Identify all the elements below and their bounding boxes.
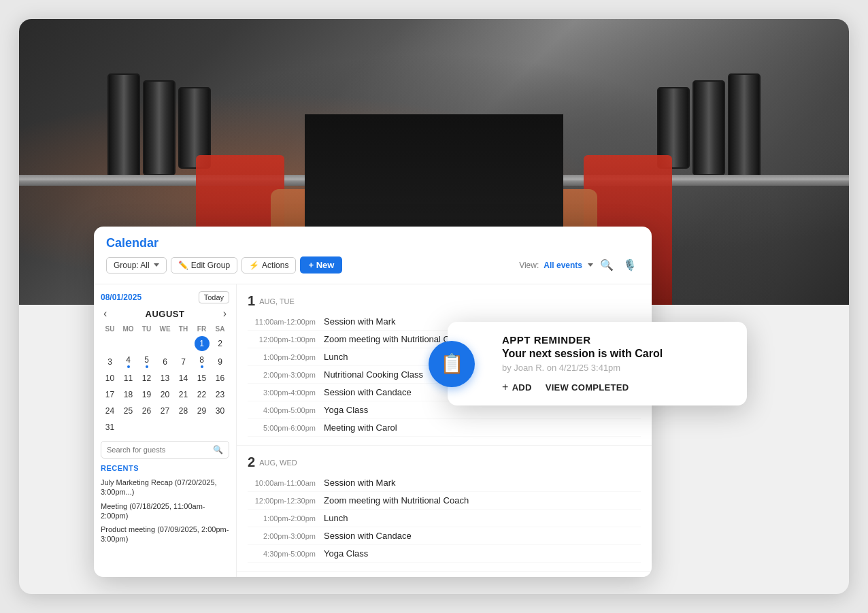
calendar-day-cell[interactable]: 25 [119, 403, 137, 419]
calendar-day-cell [174, 419, 193, 435]
day-label: AUG, WED [259, 459, 297, 467]
date-nav-header: 08/01/2025 Today [101, 291, 229, 303]
calendar-day-cell[interactable]: 5 [137, 353, 156, 370]
calendar-day-cell[interactable]: 30 [211, 403, 229, 419]
appt-reminder-title: APPT REMINDER [502, 334, 732, 346]
calendar-day-cell[interactable]: 11 [119, 370, 137, 386]
event-name: Session with Mark [324, 478, 395, 488]
event-row[interactable]: 10:00am-11:00amSession with Mark [248, 474, 641, 492]
prev-month-button[interactable]: ‹ [101, 308, 110, 320]
event-day-group: 3AUG, THU8:00pm-9:00amSession with Carol… [237, 571, 652, 577]
calendar-day-cell[interactable]: 19 [137, 386, 156, 403]
day-number: 2 [248, 455, 255, 469]
clipboard-check-icon: 📋 [440, 352, 464, 375]
mini-calendar: ‹ AUGUST › SUMOTUWETHFRSA 12345678910111… [101, 308, 229, 435]
recents-list: July Marketing Recap (07/20/2025, 3:00pm… [101, 476, 229, 546]
recents-label: RECENTS [101, 464, 229, 472]
calendar-day-cell[interactable]: 4 [119, 353, 137, 370]
mini-cal-month: AUGUST [146, 309, 185, 319]
calendar-day-cell[interactable]: 14 [174, 370, 193, 386]
appt-reminder-actions: + ADD VIEW COMPLETED [502, 381, 732, 393]
event-time: 5:00pm-6:00pm [248, 424, 316, 432]
recent-item[interactable]: July Marketing Recap (07/20/2025, 3:00pm… [101, 476, 229, 499]
calendar-day-cell[interactable]: 31 [101, 419, 119, 435]
actions-button[interactable]: ⚡ Actions [241, 257, 296, 274]
today-button[interactable]: Today [199, 291, 229, 303]
microphone-button[interactable]: 🎙️ [620, 256, 639, 274]
calendar-day-cell[interactable]: 3 [101, 353, 119, 370]
event-time: 1:00pm-2:00pm [248, 353, 316, 361]
add-appt-button[interactable]: + ADD [502, 381, 532, 393]
calendar-day-cell[interactable]: 27 [156, 403, 174, 419]
recent-item[interactable]: Product meeting (07/09/2025, 2:00pm-3:00… [101, 523, 229, 546]
event-name: Yoga Class [324, 548, 368, 559]
new-event-button[interactable]: + New [300, 256, 342, 274]
event-name: Session with Candace [324, 531, 412, 541]
calendar-sidebar: 08/01/2025 Today ‹ AUGUST › SUMOTUWETHFR… [94, 284, 237, 577]
calendar-day-cell[interactable]: 21 [174, 386, 193, 403]
calendar-day-cell[interactable]: 20 [156, 386, 174, 403]
calendar-day-cell [119, 334, 137, 353]
day-label: AUG, TUE [259, 297, 295, 305]
event-name: Lunch [324, 352, 348, 362]
calendar-day-cell[interactable]: 2 [211, 334, 229, 353]
calendar-day-cell [193, 419, 211, 435]
appt-reminder-icon: 📋 [429, 341, 475, 387]
calendar-day-cell[interactable]: 17 [101, 386, 119, 403]
calendar-day-cell[interactable]: 13 [156, 370, 174, 386]
calendar-day-cell[interactable]: 1 [193, 334, 211, 353]
event-name: Meeting with Carol [324, 423, 397, 433]
view-completed-button[interactable]: VIEW COMPLETED [546, 382, 629, 393]
calendar-day-cell[interactable]: 9 [211, 353, 229, 370]
calendar-day-cell[interactable]: 15 [193, 370, 211, 386]
event-time: 12:00pm-12:30pm [248, 497, 316, 505]
event-day-header: 3AUG, THU [237, 571, 652, 577]
chevron-down-icon [154, 263, 159, 267]
calendar-day-cell[interactable]: 18 [119, 386, 137, 403]
day-number: 1 [248, 294, 255, 308]
view-select: View: All events [519, 261, 593, 270]
calendar-toolbar: Group: All ✏️ Edit Group ⚡ Actions + New… [106, 256, 639, 280]
calendar-day-cell[interactable]: 29 [193, 403, 211, 419]
event-time: 3:00pm-4:00pm [248, 388, 316, 397]
calendar-day-cell [211, 419, 229, 435]
search-guests-input[interactable] [107, 446, 209, 454]
calendar-day-cell[interactable]: 8 [193, 353, 211, 370]
event-time: 12:00pm-1:00pm [248, 335, 316, 344]
event-day-group: 2AUG, WED10:00am-11:00amSession with Mar… [237, 446, 652, 571]
calendar-day-cell[interactable]: 23 [211, 386, 229, 403]
calendar-day-cell[interactable]: 7 [174, 353, 193, 370]
event-name: Session with Candace [324, 387, 412, 397]
calendar-day-cell [174, 334, 193, 353]
view-chevron-down-icon[interactable] [588, 263, 593, 267]
event-time: 10:00am-11:00am [248, 479, 316, 487]
event-row[interactable]: 12:00pm-12:30pmZoom meeting with Nutriti… [248, 492, 641, 510]
next-month-button[interactable]: › [220, 308, 229, 320]
edit-group-button[interactable]: ✏️ Edit Group [171, 257, 237, 274]
calendar-day-cell[interactable]: 10 [101, 370, 119, 386]
group-select-label: Group: All [114, 261, 150, 270]
event-name: Yoga Class [324, 405, 368, 415]
calendar-day-cell[interactable]: 6 [156, 353, 174, 370]
search-guests-container: 🔍 [101, 441, 229, 459]
calendar-day-cell [101, 334, 119, 353]
cal-day-header: WE [156, 324, 174, 334]
calendar-day-cell[interactable]: 28 [174, 403, 193, 419]
event-row[interactable]: 1:00pm-2:00pmLunch [248, 510, 641, 527]
search-button[interactable]: 🔍 [597, 256, 616, 274]
event-time: 2:00pm-3:00pm [248, 371, 316, 379]
group-select[interactable]: Group: All [106, 257, 167, 274]
calendar-day-cell[interactable]: 22 [193, 386, 211, 403]
event-time: 1:00pm-2:00pm [248, 514, 316, 523]
recent-item[interactable]: Meeting (07/18/2025, 11:00am-2:00pm) [101, 499, 229, 523]
calendar-day-cell[interactable]: 24 [101, 403, 119, 419]
event-row[interactable]: 2:00pm-3:00pmSession with Candace [248, 527, 641, 545]
appt-reminder-subtitle: Your next session is with Carol [502, 348, 732, 360]
calendar-day-cell[interactable]: 12 [137, 370, 156, 386]
event-name: Session with Mark [324, 316, 395, 327]
event-row[interactable]: 4:30pm-5:00pmYoga Class [248, 545, 641, 563]
cal-day-header: TH [174, 324, 193, 334]
event-row[interactable]: 5:00pm-6:00pmMeeting with Carol [248, 419, 641, 437]
calendar-day-cell[interactable]: 16 [211, 370, 229, 386]
calendar-day-cell[interactable]: 26 [137, 403, 156, 419]
